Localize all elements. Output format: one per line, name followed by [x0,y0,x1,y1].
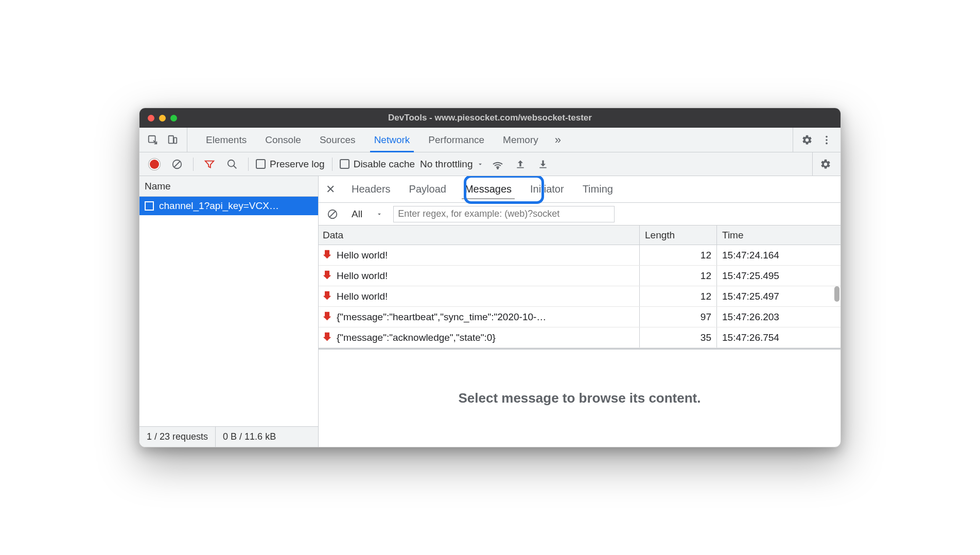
websocket-icon [145,201,154,211]
request-row-selected[interactable]: channel_1?api_key=VCX… [139,197,318,215]
svg-point-3 [826,135,828,137]
detail-tab-messages[interactable]: Messages [456,176,521,202]
download-har-icon[interactable] [534,155,552,173]
throttling-value: No throttling [420,159,472,170]
message-row[interactable]: 🡇Hello world!1215:47:24.164 [319,245,841,266]
message-length: 97 [640,307,717,327]
message-type-filter[interactable]: All [347,209,387,220]
svg-point-4 [826,139,828,141]
throttling-select[interactable]: No throttling [420,159,484,170]
message-row[interactable]: 🡇Hello world!1215:47:25.495 [319,266,841,286]
request-list-footer: 1 / 23 requests 0 B / 11.6 kB [139,426,318,447]
titlebar: DevTools - www.piesocket.com/websocket-t… [139,108,841,128]
message-length: 12 [640,245,717,265]
svg-line-14 [330,211,336,217]
tabs-overflow-button[interactable]: » [548,133,568,147]
message-length: 12 [640,286,717,306]
message-length: 35 [640,327,717,348]
settings-icon[interactable] [798,131,816,149]
arrow-down-icon: 🡇 [323,311,332,323]
tab-performance[interactable]: Performance [419,128,494,152]
col-header-data[interactable]: Data [319,226,640,245]
detail-tab-timing[interactable]: Timing [573,176,622,202]
arrow-down-icon: 🡇 [323,270,332,282]
network-settings-icon[interactable] [817,155,834,173]
message-detail-placeholder: Select message to browse its content. [319,348,841,447]
svg-rect-11 [517,167,524,168]
message-row[interactable]: 🡇{"message":"acknowledge","state":0}3515… [319,327,841,348]
devtools-window: DevTools - www.piesocket.com/websocket-t… [139,108,841,447]
svg-line-9 [234,165,237,168]
messages-table-header: Data Length Time [319,226,841,245]
svg-point-5 [826,142,828,144]
clear-icon[interactable] [168,155,186,173]
regex-filter-input[interactable] [393,206,615,222]
svg-line-7 [174,161,180,167]
network-conditions-icon[interactable] [489,155,506,173]
main-tabs-list: Elements Console Sources Network Perform… [197,128,568,152]
svg-point-10 [497,168,498,169]
search-icon[interactable] [223,155,241,173]
messages-table: Data Length Time 🡇Hello world!1215:47:24… [319,226,841,348]
record-button[interactable] [146,155,163,173]
message-time: 15:47:25.495 [717,266,841,286]
maximize-window-button[interactable] [170,115,177,122]
kebab-menu-icon[interactable] [818,131,835,149]
message-data: Hello world! [337,250,388,261]
detail-tab-payload[interactable]: Payload [400,176,456,202]
message-data: Hello world! [337,270,388,282]
disable-cache-checkbox[interactable]: Disable cache [340,159,415,170]
detail-pane: ✕ Headers Payload Messages Initiator Tim… [319,176,841,447]
filter-icon[interactable] [201,155,218,173]
arrow-down-icon: 🡇 [323,291,332,302]
message-row[interactable]: 🡇Hello world!1215:47:25.497 [319,286,841,307]
footer-request-count: 1 / 23 requests [139,427,216,447]
network-toolbar: Preserve log Disable cache No throttling [139,152,841,176]
col-header-length[interactable]: Length [640,226,717,245]
col-header-time[interactable]: Time [717,226,841,245]
detail-tab-initiator[interactable]: Initiator [521,176,573,202]
svg-rect-2 [174,137,177,143]
svg-rect-1 [169,135,173,143]
svg-point-8 [228,160,235,166]
request-name: channel_1?api_key=VCX… [159,200,279,212]
scrollbar-thumb[interactable] [834,286,839,302]
tab-network[interactable]: Network [365,128,419,152]
request-list-header[interactable]: Name [139,176,318,197]
message-time: 15:47:24.164 [717,245,841,265]
filter-value: All [352,209,362,220]
request-list-pane: Name channel_1?api_key=VCX… 1 / 23 reque… [139,176,319,447]
tab-console[interactable]: Console [256,128,310,152]
minimize-window-button[interactable] [159,115,166,122]
tab-sources[interactable]: Sources [310,128,365,152]
close-window-button[interactable] [148,115,154,122]
preserve-log-checkbox[interactable]: Preserve log [256,159,325,170]
message-data: {"message":"acknowledge","state":0} [337,332,496,343]
message-data: {"message":"heartbeat","sync_time":"2020… [337,311,546,323]
arrow-down-icon: 🡇 [323,250,332,261]
traffic-lights [139,115,177,122]
close-detail-button[interactable]: ✕ [322,181,339,198]
tab-elements[interactable]: Elements [197,128,256,152]
message-length: 12 [640,266,717,286]
chevron-down-icon [376,211,383,218]
svg-rect-12 [540,167,547,168]
chevron-down-icon [477,161,484,168]
window-title: DevTools - www.piesocket.com/websocket-t… [139,113,841,123]
message-time: 15:47:26.754 [717,327,841,348]
clear-messages-icon[interactable] [324,205,341,223]
message-row[interactable]: 🡇{"message":"heartbeat","sync_time":"202… [319,307,841,327]
message-time: 15:47:26.203 [717,307,841,327]
message-time: 15:47:25.497 [717,286,841,306]
message-data: Hello world! [337,291,388,302]
device-toolbar-icon[interactable] [164,132,181,148]
detail-tab-headers[interactable]: Headers [342,176,400,202]
detail-tabs: ✕ Headers Payload Messages Initiator Tim… [319,176,841,203]
inspect-element-icon[interactable] [145,132,161,148]
body-split: Name channel_1?api_key=VCX… 1 / 23 reque… [139,176,841,447]
messages-filter-row: All [319,203,841,226]
main-tabs: Elements Console Sources Network Perform… [139,128,841,152]
upload-har-icon[interactable] [512,155,529,173]
disable-cache-label: Disable cache [354,159,415,170]
tab-memory[interactable]: Memory [494,128,548,152]
